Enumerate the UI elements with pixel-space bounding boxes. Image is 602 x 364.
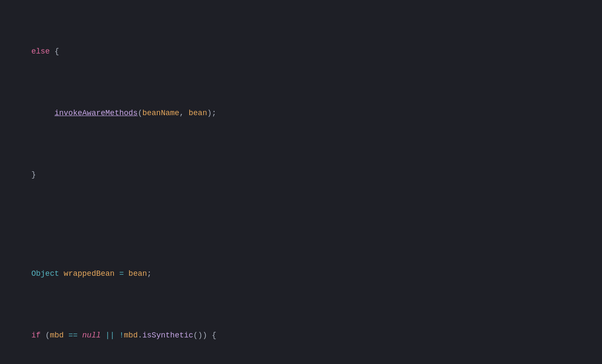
code-line: invokeAwareMethods(beanName, bean); (36, 95, 589, 132)
code-line: } (13, 157, 589, 194)
method-name: invokeAwareMethods (54, 109, 137, 117)
keyword-else: else (31, 47, 50, 56)
code-line (13, 218, 589, 231)
code-line: else { (13, 33, 589, 70)
code-line: Object wrappedBean = bean; (13, 255, 589, 292)
code-line: if (mbd == null || !mbd.isSynthetic()) { (13, 317, 589, 354)
code-editor: else { invokeAwareMethods(beanName, bean… (0, 4, 602, 364)
